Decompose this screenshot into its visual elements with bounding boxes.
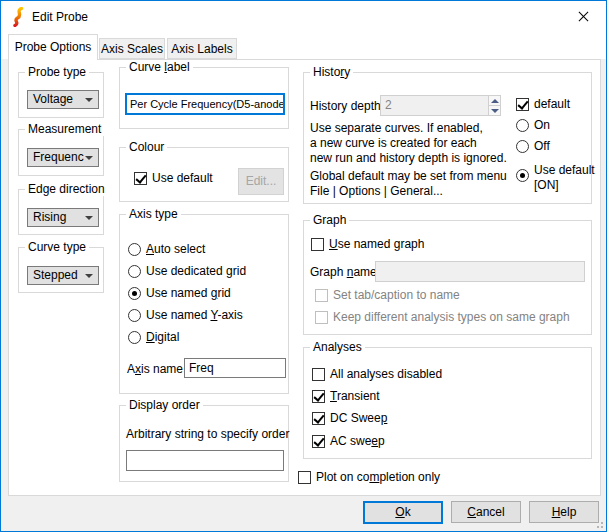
colour-use-default-checkbox[interactable] bbox=[134, 172, 147, 185]
all-analyses-disabled-checkbox[interactable] bbox=[312, 368, 325, 381]
display-order-hint: Arbitrary string to specify order bbox=[126, 427, 289, 441]
radio-digital-label: Digital bbox=[146, 330, 179, 344]
edge-direction-legend: Edge direction bbox=[25, 182, 108, 196]
all-analyses-disabled-label: All analyses disabled bbox=[330, 367, 442, 381]
ac-sweep-checkbox[interactable] bbox=[312, 435, 325, 448]
curve-type-dropdown[interactable]: Stepped bbox=[27, 266, 99, 285]
ac-sweep-label: AC sweep bbox=[330, 434, 385, 448]
chevron-down-icon bbox=[85, 274, 93, 278]
axis-name-input[interactable]: Freq bbox=[184, 358, 286, 378]
probe-options-page: Probe type Voltage Measurement Frequenc … bbox=[8, 59, 601, 496]
keep-analysis-types-label: Keep different analysis types on same gr… bbox=[333, 310, 570, 324]
history-depth-input[interactable]: 2 bbox=[380, 95, 501, 116]
chevron-down-icon bbox=[85, 156, 93, 160]
dc-sweep-label: DC Sweep bbox=[330, 411, 387, 425]
radio-history-on-label: On bbox=[534, 118, 550, 132]
radio-history-use-default-label: Use default bbox=[534, 163, 595, 177]
transient-checkbox[interactable] bbox=[312, 390, 325, 403]
history-global-line: Global default may be set from menu bbox=[310, 169, 507, 183]
resize-grip[interactable] bbox=[593, 518, 603, 528]
probe-type-group: Probe type Voltage bbox=[18, 72, 104, 118]
axis-type-legend: Axis type bbox=[126, 207, 181, 221]
edge-direction-dropdown[interactable]: Rising bbox=[27, 208, 99, 227]
radio-auto-select-label: Auto select bbox=[146, 242, 205, 256]
display-order-input[interactable] bbox=[126, 450, 284, 471]
graph-group: Graph Use named graph Graph name Set tab… bbox=[303, 220, 592, 335]
window-title: Edit Probe bbox=[32, 10, 88, 24]
tab-axis-scales[interactable]: Axis Scales bbox=[99, 38, 165, 59]
probe-type-legend: Probe type bbox=[25, 65, 89, 79]
use-named-graph-label: Use named graph bbox=[329, 237, 424, 251]
axis-type-group: Axis type Auto select Use dedicated grid… bbox=[119, 214, 289, 394]
analyses-group: Analyses All analyses disabled Transient… bbox=[303, 347, 592, 459]
close-icon[interactable] bbox=[568, 7, 598, 27]
plot-on-completion-label: Plot on completion only bbox=[316, 470, 440, 484]
measurement-dropdown[interactable]: Frequenc bbox=[27, 148, 99, 167]
curve-label-legend: Curve label bbox=[126, 60, 193, 74]
radio-history-off[interactable] bbox=[516, 140, 529, 153]
ok-button[interactable]: Ok bbox=[363, 501, 443, 524]
help-button[interactable]: Help bbox=[529, 501, 599, 523]
edit-probe-dialog: Edit Probe Probe Options Axis Scales Axi… bbox=[0, 0, 607, 532]
display-order-group: Display order Arbitrary string to specif… bbox=[119, 405, 289, 482]
keep-analysis-types-checkbox[interactable] bbox=[315, 311, 328, 324]
spin-down-button[interactable] bbox=[488, 105, 501, 116]
history-default-checkbox[interactable] bbox=[516, 98, 529, 111]
graph-name-input[interactable] bbox=[375, 261, 585, 282]
radio-use-dedicated-grid-label: Use dedicated grid bbox=[146, 264, 246, 278]
edit-colour-button[interactable]: Edit... bbox=[238, 168, 284, 195]
set-tab-caption-checkbox[interactable] bbox=[315, 289, 328, 302]
app-logo-icon bbox=[11, 7, 26, 30]
use-named-graph-checkbox[interactable] bbox=[311, 238, 324, 251]
graph-legend: Graph bbox=[310, 213, 349, 227]
radio-use-named-y-axis[interactable] bbox=[128, 309, 141, 322]
curve-type-legend: Curve type bbox=[25, 240, 89, 254]
curve-label-group: Curve label Per Cycle Frequency(D5-anode… bbox=[119, 67, 289, 129]
radio-use-named-y-axis-label: Use named Y-axis bbox=[146, 308, 243, 322]
graph-name-label: Graph name bbox=[310, 265, 377, 279]
curve-label-input[interactable]: Per Cycle Frequency(D5-anode) bbox=[125, 93, 285, 115]
colour-group: Colour Use default Edit... bbox=[119, 147, 289, 202]
display-order-legend: Display order bbox=[126, 398, 203, 412]
history-global-line: File | Options | General... bbox=[310, 184, 443, 198]
radio-digital[interactable] bbox=[128, 331, 141, 344]
history-depth-label: History depth bbox=[310, 99, 381, 113]
chevron-down-icon bbox=[85, 216, 93, 220]
tab-probe-options[interactable]: Probe Options bbox=[8, 34, 98, 60]
analyses-legend: Analyses bbox=[310, 340, 365, 354]
tab-axis-labels[interactable]: Axis Labels bbox=[167, 38, 237, 59]
measurement-group: Measurement Frequenc bbox=[18, 129, 104, 176]
radio-history-use-default[interactable] bbox=[516, 169, 529, 182]
radio-history-off-label: Off bbox=[534, 139, 550, 153]
cancel-button[interactable]: Cancel bbox=[451, 501, 521, 523]
set-tab-caption-label: Set tab/caption to name bbox=[333, 288, 460, 302]
radio-history-on[interactable] bbox=[516, 119, 529, 132]
curve-type-group: Curve type Stepped bbox=[18, 247, 104, 293]
radio-use-named-grid[interactable] bbox=[128, 287, 141, 300]
colour-use-default-label: Use default bbox=[152, 171, 213, 185]
history-group: History History depth 2 default Use sepa… bbox=[303, 72, 592, 204]
history-legend: History bbox=[310, 65, 353, 79]
history-note-line: a new curve is created for each bbox=[310, 136, 477, 150]
history-note-line: new run and history depth is ignored. bbox=[310, 151, 507, 165]
plot-on-completion-checkbox[interactable] bbox=[298, 471, 311, 484]
probe-type-dropdown[interactable]: Voltage bbox=[27, 90, 99, 109]
dc-sweep-checkbox[interactable] bbox=[312, 412, 325, 425]
radio-use-dedicated-grid[interactable] bbox=[128, 265, 141, 278]
transient-label: Transient bbox=[330, 389, 380, 403]
edge-direction-group: Edge direction Rising bbox=[18, 189, 104, 235]
history-note-line: Use separate curves. If enabled, bbox=[310, 121, 483, 135]
axis-name-label: Axis name bbox=[127, 362, 183, 376]
history-default-label: default bbox=[534, 97, 570, 111]
radio-auto-select[interactable] bbox=[128, 243, 141, 256]
measurement-legend: Measurement bbox=[25, 122, 104, 136]
chevron-down-icon bbox=[85, 98, 93, 102]
colour-legend: Colour bbox=[126, 140, 167, 154]
radio-history-use-default-label2: [ON] bbox=[534, 178, 559, 192]
radio-use-named-grid-label: Use named grid bbox=[146, 286, 231, 300]
